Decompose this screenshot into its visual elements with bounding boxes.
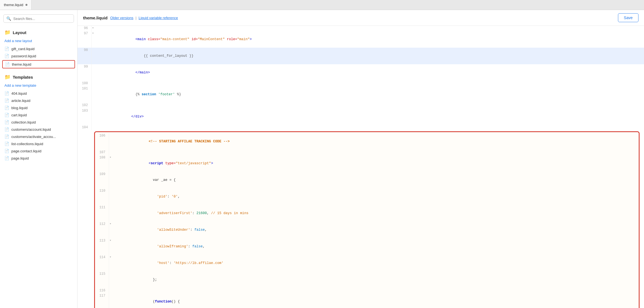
table-row: 97 ▾ <main class="main-content" id="Main… bbox=[78, 31, 644, 48]
file-icon: 📄 bbox=[4, 54, 9, 58]
liquid-ref-link[interactable]: Liquid variable reference bbox=[138, 16, 178, 20]
table-row: 101 {% section 'footer' %} bbox=[78, 86, 644, 103]
file-name: password.liquid bbox=[11, 54, 36, 58]
search-icon: 🔍 bbox=[6, 16, 11, 21]
file-page[interactable]: 📄 page.liquid bbox=[0, 155, 77, 162]
file-icon: 📄 bbox=[4, 142, 9, 146]
code-title: theme.liquid Older versions | Liquid var… bbox=[83, 16, 178, 20]
file-customers-account[interactable]: 📄 customers/account.liquid bbox=[0, 126, 77, 133]
layout-section-header: 📁 Layout bbox=[0, 27, 77, 38]
file-icon: 📄 bbox=[4, 156, 9, 160]
code-links: Older versions | Liquid variable referen… bbox=[109, 16, 178, 20]
unsaved-dot bbox=[25, 4, 27, 6]
file-icon: 📄 bbox=[4, 120, 9, 124]
table-row: 115 }; bbox=[95, 271, 639, 288]
table-row: 114 ▾ 'host': 'https://lb.affilae.com' bbox=[95, 255, 639, 271]
table-row: 110 'pid': '0', bbox=[95, 188, 639, 205]
code-table: 96 ▾ 97 ▾ <main class="main-content" id=… bbox=[78, 26, 644, 130]
file-icon: 📄 bbox=[4, 113, 9, 117]
table-row: 99 </main> bbox=[78, 64, 644, 81]
file-name: blog.liquid bbox=[11, 106, 28, 110]
file-theme-liquid[interactable]: 📄 theme.liquid bbox=[2, 60, 75, 68]
table-row: 104 bbox=[78, 125, 644, 130]
layout-section-label: Layout bbox=[13, 30, 26, 35]
file-icon: 📄 bbox=[5, 62, 10, 66]
table-row: 108 ▾ <script type="text/javascript"> bbox=[95, 155, 639, 172]
table-row: 107 bbox=[95, 150, 639, 155]
file-name: 404.liquid bbox=[11, 91, 27, 96]
save-button[interactable]: Save bbox=[618, 13, 638, 22]
tab-bar: theme.liquid bbox=[0, 0, 644, 10]
table-row: 102 bbox=[78, 103, 644, 108]
tab-label: theme.liquid bbox=[4, 3, 23, 7]
add-layout-link[interactable]: Add a new layout bbox=[0, 38, 77, 45]
tracking-code-box: 106 <!-- STARTING AFFILAE TRACKING CODE … bbox=[94, 131, 640, 308]
code-header: theme.liquid Older versions | Liquid var… bbox=[78, 10, 644, 26]
file-name: theme.liquid bbox=[12, 62, 31, 66]
file-name: customers/activate_accou... bbox=[11, 135, 56, 139]
table-row: 106 <!-- STARTING AFFILAE TRACKING CODE … bbox=[95, 133, 639, 150]
file-name: customers/account.liquid bbox=[11, 127, 51, 132]
file-name: article.liquid bbox=[11, 99, 30, 103]
file-404[interactable]: 📄 404.liquid bbox=[0, 90, 77, 97]
table-row: 109 var _ae = { bbox=[95, 172, 639, 188]
file-gift-card[interactable]: 📄 gift_card.liquid bbox=[0, 45, 77, 52]
older-versions-link[interactable]: Older versions bbox=[110, 16, 133, 20]
editor-filename: theme.liquid bbox=[83, 16, 107, 20]
table-row: 117 (function() { bbox=[95, 293, 639, 308]
file-customers-activate[interactable]: 📄 customers/activate_accou... bbox=[0, 133, 77, 140]
file-password[interactable]: 📄 password.liquid bbox=[0, 52, 77, 60]
templates-folder-icon: 📁 bbox=[4, 74, 11, 80]
file-article[interactable]: 📄 article.liquid bbox=[0, 97, 77, 104]
file-icon: 📄 bbox=[4, 134, 9, 139]
file-page-contact[interactable]: 📄 page.contact.liquid bbox=[0, 147, 77, 155]
table-row: 103 </div> bbox=[78, 108, 644, 125]
sidebar: 🔍 📁 Layout Add a new layout 📄 gift_card.… bbox=[0, 10, 78, 308]
table-row: 113 ▾ 'allowIframing': false, bbox=[95, 238, 639, 255]
file-icon: 📄 bbox=[4, 98, 9, 103]
file-icon: 📄 bbox=[4, 47, 9, 51]
table-row: 116 bbox=[95, 288, 639, 293]
search-input[interactable] bbox=[13, 17, 71, 21]
file-name: cart.liquid bbox=[11, 113, 27, 117]
templates-section-header: 📁 Templates bbox=[0, 72, 77, 82]
file-cart[interactable]: 📄 cart.liquid bbox=[0, 111, 77, 119]
file-name: page.contact.liquid bbox=[11, 149, 41, 153]
separator: | bbox=[135, 16, 136, 20]
file-icon: 📄 bbox=[4, 106, 9, 110]
table-row: 111 'advertiserFirst': 21600, // 15 days… bbox=[95, 205, 639, 222]
file-icon: 📄 bbox=[4, 149, 9, 153]
tracking-code-table: 106 <!-- STARTING AFFILAE TRACKING CODE … bbox=[95, 133, 639, 308]
file-name: collection.liquid bbox=[11, 120, 36, 124]
file-blog[interactable]: 📄 blog.liquid bbox=[0, 104, 77, 111]
file-collection[interactable]: 📄 collection.liquid bbox=[0, 119, 77, 126]
add-template-link[interactable]: Add a new template bbox=[0, 82, 77, 90]
table-row: 98 {{ content_for_layout }} bbox=[78, 48, 644, 64]
file-icon: 📄 bbox=[4, 127, 9, 132]
file-icon: 📄 bbox=[4, 91, 9, 96]
main-layout: 🔍 📁 Layout Add a new layout 📄 gift_card.… bbox=[0, 10, 644, 308]
search-box[interactable]: 🔍 bbox=[3, 14, 74, 23]
code-area: theme.liquid Older versions | Liquid var… bbox=[78, 10, 644, 308]
table-row: 96 ▾ bbox=[78, 26, 644, 31]
code-editor[interactable]: 96 ▾ 97 ▾ <main class="main-content" id=… bbox=[78, 26, 644, 308]
file-name: gift_card.liquid bbox=[11, 47, 35, 51]
table-row: 100 bbox=[78, 81, 644, 86]
file-list-collections[interactable]: 📄 list-collections.liquid bbox=[0, 140, 77, 147]
theme-liquid-tab[interactable]: theme.liquid bbox=[0, 0, 32, 10]
table-row: 112 ▾ 'allowSiteUnder': false, bbox=[95, 222, 639, 238]
templates-section-label: Templates bbox=[13, 75, 33, 79]
file-name: list-collections.liquid bbox=[11, 142, 43, 146]
layout-folder-icon: 📁 bbox=[4, 29, 11, 35]
file-name: page.liquid bbox=[11, 156, 29, 160]
